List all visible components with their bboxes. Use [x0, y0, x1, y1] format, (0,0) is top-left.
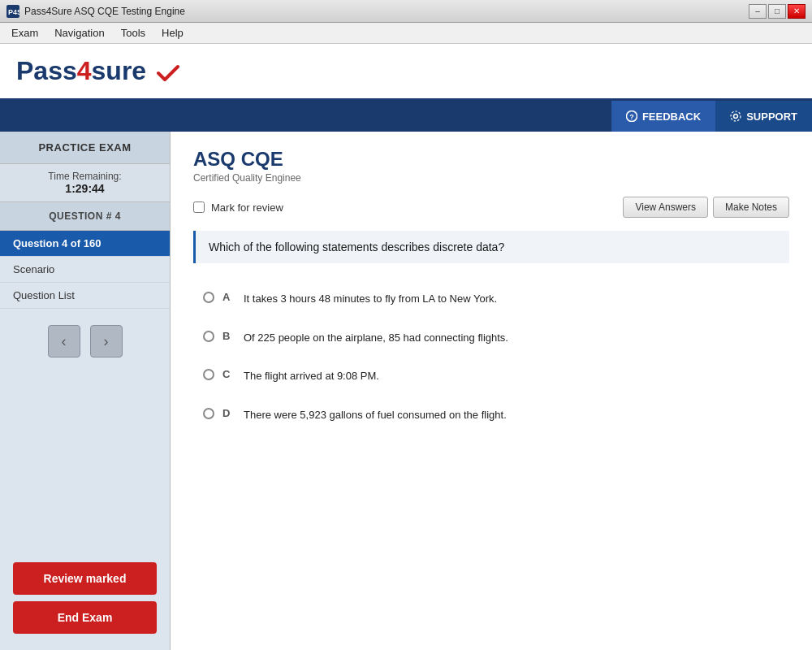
- question-text: Which of the following statements descri…: [193, 231, 789, 263]
- svg-text:?: ?: [629, 113, 634, 121]
- answer-text-d: There were 5,923 gallons of fuel consume…: [244, 407, 507, 423]
- exam-subtitle: Certified Quality Enginee: [193, 172, 789, 184]
- app-icon: P4S: [6, 5, 19, 18]
- logo-checkmark-icon: [157, 64, 179, 82]
- svg-point-4: [734, 115, 738, 119]
- svg-point-5: [731, 111, 741, 121]
- view-answers-button[interactable]: View Answers: [623, 197, 707, 218]
- title-bar: P4S Pass4Sure ASQ CQE Testing Engine – □…: [0, 0, 812, 23]
- prev-question-button[interactable]: ‹: [48, 325, 80, 358]
- menu-navigation[interactable]: Navigation: [46, 24, 112, 42]
- app-title: Pass4Sure ASQ CQE Testing Engine: [24, 6, 749, 17]
- answer-option-c[interactable]: C The flight arrived at 9:08 PM.: [193, 360, 789, 392]
- answer-letter-b: B: [222, 330, 235, 342]
- make-notes-button[interactable]: Make Notes: [713, 197, 789, 218]
- minimize-button[interactable]: –: [749, 4, 767, 19]
- sidebar: PRACTICE EXAM Time Remaining: 1:29:44 QU…: [0, 132, 171, 650]
- menu-help[interactable]: Help: [153, 24, 192, 42]
- review-marked-button[interactable]: Review marked: [13, 562, 157, 595]
- answer-option-a[interactable]: A It takes 3 hours 48 minutes to fly fro…: [193, 283, 789, 315]
- prev-arrow-icon: ‹: [62, 333, 67, 350]
- svg-text:P4S: P4S: [8, 8, 19, 16]
- radio-b[interactable]: [203, 331, 214, 342]
- answer-text-c: The flight arrived at 9:08 PM.: [244, 368, 379, 384]
- answer-text-b: Of 225 people on the airplane, 85 had co…: [244, 330, 508, 346]
- question-number-label: QUESTION # 4: [0, 202, 170, 231]
- answer-options: A It takes 3 hours 48 minutes to fly fro…: [193, 283, 789, 431]
- mark-review-checkbox[interactable]: [193, 202, 205, 213]
- answer-text-a: It takes 3 hours 48 minutes to fly from …: [244, 291, 497, 307]
- time-remaining-label: Time Remaining:: [6, 171, 163, 182]
- practice-exam-label: PRACTICE EXAM: [0, 132, 170, 164]
- answer-option-d[interactable]: D There were 5,923 gallons of fuel consu…: [193, 399, 789, 431]
- logo: Pass4sure: [16, 56, 179, 86]
- exam-title: ASQ CQE: [193, 148, 789, 171]
- mark-review-row: Mark for review View Answers Make Notes: [193, 197, 789, 218]
- logo-four: 4: [77, 56, 92, 85]
- action-buttons: View Answers Make Notes: [623, 197, 789, 218]
- mark-review-left: Mark for review: [193, 202, 283, 214]
- question-icon: ?: [626, 110, 637, 122]
- sidebar-item-question-list[interactable]: Question List: [0, 283, 170, 309]
- answer-option-b[interactable]: B Of 225 people on the airplane, 85 had …: [193, 322, 789, 354]
- radio-c[interactable]: [203, 369, 214, 380]
- nav-arrows: ‹ ›: [0, 325, 170, 358]
- answer-letter-a: A: [222, 291, 235, 303]
- next-arrow-icon: ›: [104, 333, 109, 350]
- mark-review-label[interactable]: Mark for review: [211, 202, 283, 214]
- content-area: ASQ CQE Certified Quality Enginee Mark f…: [171, 132, 812, 650]
- close-button[interactable]: ✕: [788, 4, 806, 19]
- menu-exam[interactable]: Exam: [3, 24, 46, 42]
- sidebar-bottom-buttons: Review marked End Exam: [0, 554, 170, 642]
- menu-bar: Exam Navigation Tools Help: [0, 23, 812, 44]
- radio-a[interactable]: [203, 292, 214, 303]
- menu-tools[interactable]: Tools: [113, 24, 153, 42]
- time-value: 1:29:44: [6, 182, 163, 195]
- answer-letter-c: C: [222, 368, 235, 380]
- gear-icon: [730, 110, 741, 122]
- radio-d[interactable]: [203, 408, 214, 419]
- next-question-button[interactable]: ›: [90, 325, 123, 358]
- end-exam-button[interactable]: End Exam: [13, 601, 157, 634]
- feedback-button[interactable]: ? FEEDBACK: [611, 101, 715, 132]
- answer-letter-d: D: [222, 407, 235, 419]
- main-layout: PRACTICE EXAM Time Remaining: 1:29:44 QU…: [0, 132, 812, 650]
- support-button[interactable]: SUPPORT: [715, 101, 812, 132]
- sidebar-item-question-of[interactable]: Question 4 of 160: [0, 231, 170, 257]
- window-controls[interactable]: – □ ✕: [749, 4, 806, 19]
- header-bar: ? FEEDBACK SUPPORT: [0, 101, 812, 132]
- logo-area: Pass4sure: [0, 44, 812, 101]
- time-remaining-box: Time Remaining: 1:29:44: [0, 164, 170, 202]
- maximize-button[interactable]: □: [768, 4, 786, 19]
- sidebar-item-scenario[interactable]: Scenario: [0, 257, 170, 283]
